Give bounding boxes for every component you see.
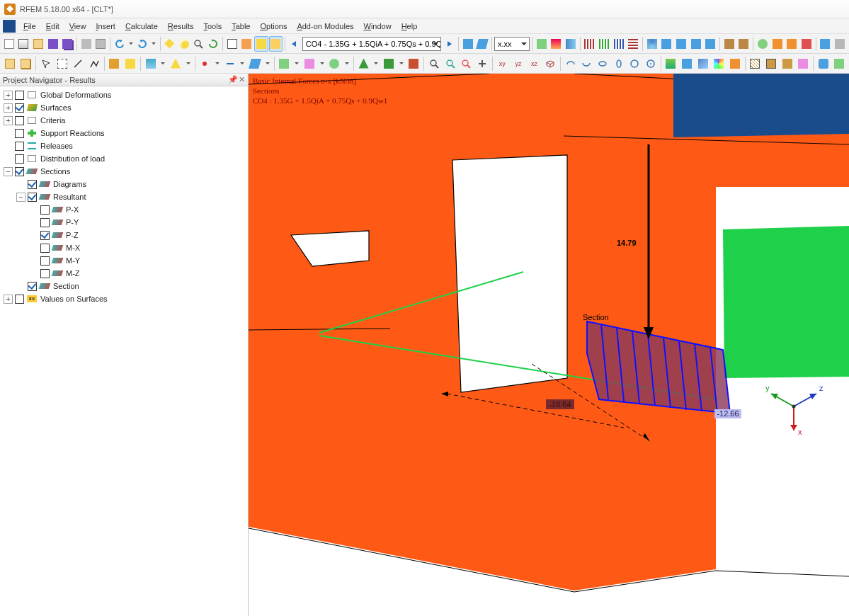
opt-5-button[interactable] xyxy=(818,36,832,52)
vlabel-yz-button[interactable]: yz xyxy=(511,56,526,72)
menu-table[interactable]: Table xyxy=(227,21,255,32)
persp-button[interactable] xyxy=(475,36,489,52)
precision-combo[interactable]: x.xx xyxy=(494,37,530,51)
menu-insert[interactable]: Insert xyxy=(91,21,120,32)
redo-dropdown[interactable] xyxy=(150,36,158,52)
member-button[interactable] xyxy=(222,56,238,72)
checkbox[interactable] xyxy=(40,256,50,266)
new-button[interactable] xyxy=(2,36,16,52)
results-nav-button[interactable] xyxy=(269,36,283,52)
render-2-button[interactable] xyxy=(549,36,563,52)
draw-2-dropdown[interactable] xyxy=(184,56,193,72)
node-button[interactable] xyxy=(198,56,213,72)
checkbox[interactable] xyxy=(15,142,24,151)
close-icon[interactable]: ✕ xyxy=(238,76,245,84)
line-button[interactable] xyxy=(70,56,86,72)
menu-help[interactable]: Help xyxy=(397,21,423,32)
tool-new-button[interactable] xyxy=(18,56,34,72)
tree-item-p-y[interactable]: P-Y xyxy=(1,216,246,229)
zoom-ext-button[interactable] xyxy=(443,56,458,72)
menu-tools[interactable]: Tools xyxy=(198,21,227,32)
tree-item-resultant[interactable]: Resultant xyxy=(1,190,246,203)
tree-item-releases[interactable]: Releases xyxy=(1,139,246,152)
view-1-dropdown[interactable] xyxy=(292,56,301,72)
tree-item-sections[interactable]: Sections xyxy=(1,165,246,178)
nav-button[interactable] xyxy=(225,36,239,52)
checkbox[interactable] xyxy=(15,103,24,113)
calculate-button[interactable] xyxy=(162,36,176,52)
expander-icon[interactable] xyxy=(4,91,13,100)
view-1-button[interactable] xyxy=(277,56,292,72)
wire-2-button[interactable] xyxy=(763,56,779,72)
save-button[interactable] xyxy=(46,36,60,52)
diag-2-button[interactable] xyxy=(597,36,611,52)
checkbox[interactable] xyxy=(15,154,24,164)
tree-item-p-x[interactable]: P-X xyxy=(1,203,246,216)
zoom-button[interactable] xyxy=(192,36,206,52)
print-preview-button[interactable] xyxy=(94,36,108,52)
disp-1-button[interactable] xyxy=(663,56,679,72)
disp-3-button[interactable] xyxy=(695,56,711,72)
print-button[interactable] xyxy=(79,36,93,52)
rot-1-button[interactable] xyxy=(563,56,579,72)
rot-5-button[interactable] xyxy=(627,56,642,72)
menu-view[interactable]: View xyxy=(64,21,91,32)
tree-item-global-deformations[interactable]: Global Deformations xyxy=(1,89,246,101)
tree-item-m-z[interactable]: M-Z xyxy=(1,267,246,280)
menu-window[interactable]: Window xyxy=(359,21,397,32)
viewport-3d[interactable]: -18.64 -12.66 Section 14.79 y z x xyxy=(249,74,849,616)
sup-1-dropdown[interactable] xyxy=(372,56,380,72)
tool-open-button[interactable] xyxy=(2,56,18,72)
next-lc-button[interactable] xyxy=(442,36,456,52)
checkbox[interactable] xyxy=(40,218,50,227)
draw-1-button[interactable] xyxy=(143,56,159,72)
prev-lc-button[interactable] xyxy=(287,36,302,52)
rot-6-button[interactable] xyxy=(643,56,659,72)
rot-4-button[interactable] xyxy=(611,56,627,72)
rot-3-button[interactable] xyxy=(595,56,610,72)
polyline-button[interactable] xyxy=(86,56,102,72)
vlabel-iso-button[interactable] xyxy=(542,56,558,72)
diag-3-button[interactable] xyxy=(612,36,626,52)
disp-2-button[interactable] xyxy=(679,56,695,72)
render-1-button[interactable] xyxy=(535,36,549,52)
sup-1-button[interactable] xyxy=(356,56,372,72)
view-3-button[interactable] xyxy=(326,56,342,72)
menu-results[interactable]: Results xyxy=(163,21,199,32)
end-1-button[interactable] xyxy=(816,56,831,72)
find-button[interactable] xyxy=(426,56,442,72)
render-3-button[interactable] xyxy=(564,36,578,52)
refresh-button[interactable] xyxy=(206,36,220,52)
view-2-dropdown[interactable] xyxy=(318,56,326,72)
draw-1-dropdown[interactable] xyxy=(159,56,167,72)
checkbox[interactable] xyxy=(15,116,24,125)
tree-item-support-reactions[interactable]: Support Reactions xyxy=(1,127,246,139)
checkbox[interactable] xyxy=(40,244,50,253)
expander-icon[interactable] xyxy=(4,295,13,304)
view-2-button[interactable] xyxy=(302,56,317,72)
wire-4-button[interactable] xyxy=(795,56,811,72)
pin-icon[interactable]: 📌 xyxy=(228,76,235,84)
tree-item-section[interactable]: Section xyxy=(1,280,246,292)
mesh-1-button[interactable] xyxy=(645,36,659,52)
rot-2-button[interactable] xyxy=(579,56,595,72)
mesh-5-button[interactable] xyxy=(703,36,717,52)
wire-1-button[interactable] xyxy=(748,56,763,72)
display-button[interactable] xyxy=(254,36,268,52)
checkbox[interactable] xyxy=(40,231,50,240)
menu-edit[interactable]: Edit xyxy=(41,21,64,32)
checkbox[interactable] xyxy=(40,205,50,215)
sup-2-button[interactable] xyxy=(381,56,397,72)
checkbox[interactable] xyxy=(28,282,37,291)
mesh-4-button[interactable] xyxy=(689,36,703,52)
opt-3-button[interactable] xyxy=(785,36,799,52)
tree-item-m-x[interactable]: M-X xyxy=(1,241,246,254)
node-dropdown[interactable] xyxy=(213,56,222,72)
opt-1-button[interactable] xyxy=(756,36,770,52)
menu-calculate[interactable]: Calculate xyxy=(120,21,163,32)
axis-2-button[interactable] xyxy=(737,36,751,52)
mesh-3-button[interactable] xyxy=(674,36,688,52)
loadcase-combo[interactable]: CO4 - 1.35G + 1.5QiA + 0.75Qs + 0.9Qw xyxy=(302,37,442,51)
surface-dropdown[interactable] xyxy=(263,56,272,72)
menu-add-on-modules[interactable]: Add-on Modules xyxy=(292,21,358,32)
